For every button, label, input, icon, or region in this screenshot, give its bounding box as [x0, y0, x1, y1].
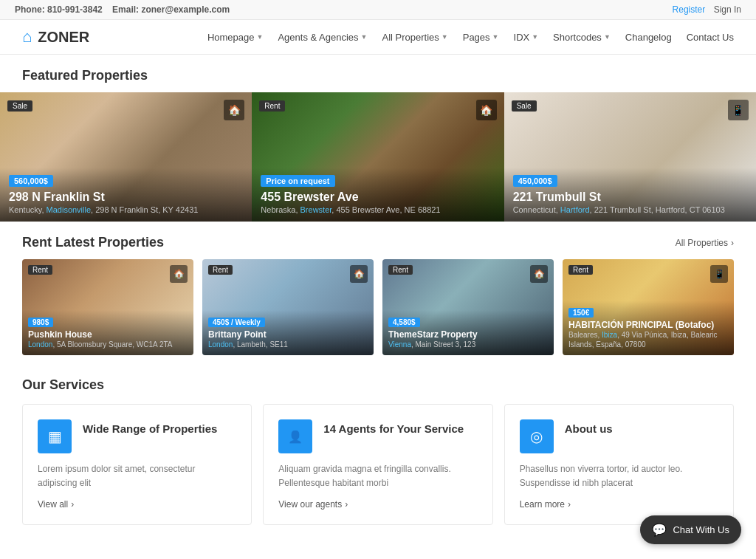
property-address: Connecticut, Hartford, 221 Trumbull St, … [513, 205, 747, 214]
email-label: Email: [112, 4, 139, 15]
service-link-1[interactable]: View all › [38, 499, 236, 510]
site-logo[interactable]: ⌂ ZONER [22, 27, 89, 47]
featured-property-1[interactable]: Sale 🏠 560,000$ 298 N Franklin St Kentuc… [0, 92, 252, 222]
featured-property-3[interactable]: Sale 📱 450,000$ 221 Trumbull St Connecti… [504, 92, 756, 222]
nav-idx[interactable]: IDX ▼ [514, 32, 539, 43]
property-type-icon: 🏠 [224, 100, 244, 120]
service-card-3: ◎ About us Phasellus non viverra tortor,… [504, 404, 734, 525]
city-link[interactable]: Brewster [300, 205, 332, 214]
rent-price: 980$ [28, 318, 53, 327]
featured-overlay-1: 560,000$ 298 N Franklin St Kentucky, Mad… [0, 168, 252, 222]
service-header-3: ◎ About us [520, 419, 718, 453]
property-type-icon: 📱 [710, 265, 728, 283]
chevron-down-icon: ▼ [257, 33, 264, 41]
service-link-3[interactable]: Learn more › [520, 499, 718, 510]
rent-property-3[interactable]: Rent 🏠 4,580$ ThemeStarz Property Vienna… [382, 259, 554, 355]
rent-price: 4,580$ [388, 318, 420, 327]
service-icon-2: 👤 [278, 419, 312, 453]
property-price: 560,000$ [9, 175, 53, 187]
chevron-right-icon: › [731, 238, 734, 248]
sale-badge-top: Sale [512, 100, 537, 114]
property-address: Kentucky, Madisonville, 298 N Franklin S… [9, 205, 243, 214]
chevron-down-icon: ▼ [532, 33, 538, 41]
rent-grid: Rent 🏠 980$ Pushkin House London, 5A Blo… [0, 259, 756, 370]
register-link[interactable]: Register [673, 4, 706, 15]
rent-badge: Rent [259, 100, 285, 112]
featured-carousel: Sale 🏠 560,000$ 298 N Franklin St Kentuc… [0, 92, 756, 222]
featured-property-2[interactable]: Rent 🏠 Price on request 455 Brewster Ave… [252, 92, 504, 222]
service-desc-2: Aliquam gravida magna et fringilla conva… [278, 462, 477, 490]
rent-address: Vienna, Main Street 3, 123 [388, 340, 548, 349]
nav-contact[interactable]: Contact Us [687, 32, 734, 43]
property-type-icon: 🏠 [530, 265, 548, 283]
auth-links: Register Sign In [667, 4, 741, 15]
featured-overlay-3: 450,000$ 221 Trumbull St Connecticut, Ha… [504, 168, 756, 222]
service-link-2[interactable]: View our agents › [278, 499, 477, 510]
rent-address: London, Lambeth, SE11 [208, 340, 368, 349]
signin-link[interactable]: Sign In [714, 4, 741, 15]
chat-button[interactable]: 💬 Chat With Us [640, 515, 741, 544]
chevron-right-icon: › [568, 499, 571, 510]
main-nav: Homepage ▼ Agents & Agencies ▼ All Prope… [207, 32, 734, 43]
rent-price: 450$ / Weekly [208, 318, 265, 327]
sale-badge-top: Sale [7, 100, 32, 114]
city-link[interactable]: Vienna [388, 340, 411, 349]
nav-shortcodes[interactable]: Shortcodes ▼ [553, 32, 611, 43]
nav-homepage[interactable]: Homepage ▼ [207, 32, 264, 43]
rent-overlay-1: 980$ Pushkin House London, 5A Bloomsbury… [22, 310, 193, 355]
city-link[interactable]: London [28, 340, 52, 349]
chat-icon: 💬 [652, 523, 667, 537]
city-link[interactable]: Hartford [560, 205, 590, 214]
chat-label: Chat With Us [673, 524, 729, 535]
rent-price: 150€ [568, 308, 594, 318]
service-name-1: Wide Range of Properties [83, 422, 217, 435]
nav-all-properties[interactable]: All Properties ▼ [382, 32, 447, 43]
rent-overlay-3: 4,580$ ThemeStarz Property Vienna, Main … [382, 310, 554, 355]
all-properties-label: All Properties [676, 238, 728, 248]
rent-address: Baleares, Ibiza, 49 Via Púnica, Ibiza, B… [568, 330, 728, 349]
city-link[interactable]: Ibiza [602, 331, 617, 339]
nav-changelog[interactable]: Changelog [625, 32, 672, 43]
rent-property-2[interactable]: Rent 🏠 450$ / Weekly Brittany Point Lond… [202, 259, 374, 355]
property-address: Nebraska, Brewster, 455 Brewster Ave, NE… [261, 205, 495, 214]
nav-agents[interactable]: Agents & Agencies ▼ [278, 32, 367, 43]
chevron-right-icon: › [71, 499, 74, 510]
featured-overlay-2: Price on request 455 Brewster Ave Nebras… [252, 168, 504, 222]
all-properties-link[interactable]: All Properties › [676, 238, 734, 248]
chevron-down-icon: ▼ [441, 33, 448, 41]
rent-title: Brittany Point [208, 329, 368, 340]
featured-section-title: Featured Properties [0, 55, 756, 92]
service-name-3: About us [565, 422, 613, 435]
nav-pages[interactable]: Pages ▼ [463, 32, 499, 43]
service-card-2: 👤 14 Agents for Your Service Aliquam gra… [263, 404, 492, 525]
phone-number: 810-991-3842 [47, 4, 103, 15]
service-name-2: 14 Agents for Your Service [323, 422, 464, 435]
rent-section-title: Rent Latest Properties [22, 235, 164, 250]
property-title: 221 Trumbull St [513, 190, 747, 204]
services-title: Our Services [22, 377, 734, 393]
service-header-2: 👤 14 Agents for Your Service [278, 419, 477, 453]
property-type-icon: 🏠 [350, 265, 368, 283]
phone-label: Phone: [15, 4, 45, 15]
chevron-right-icon: › [345, 499, 348, 510]
service-icon-1: ▦ [38, 419, 72, 453]
rent-badge: Rent [208, 265, 233, 275]
city-link[interactable]: London [208, 340, 233, 349]
service-desc-1: Lorem ipsum dolor sit amet, consectetur … [38, 462, 236, 490]
sale-badge: Sale [512, 100, 537, 112]
chevron-down-icon: ▼ [361, 33, 368, 41]
property-title: 455 Brewster Ave [261, 190, 495, 204]
logo-text: ZONER [38, 29, 89, 46]
rent-badge: Rent [568, 265, 593, 275]
property-title: 298 N Franklin St [9, 190, 243, 204]
sale-badge: Sale [7, 100, 32, 112]
rent-property-4[interactable]: Rent 📱 150€ HABITACIÓN PRINCIPAL (Botafo… [563, 259, 734, 355]
city-link[interactable]: Madisonville [47, 205, 92, 214]
site-header: ⌂ ZONER Homepage ▼ Agents & Agencies ▼ A… [0, 20, 756, 55]
rent-title: ThemeStarz Property [388, 329, 548, 340]
rent-address: London, 5A Bloomsbury Square, WC1A 2TA [28, 340, 188, 349]
chevron-down-icon: ▼ [492, 33, 499, 41]
rent-property-1[interactable]: Rent 🏠 980$ Pushkin House London, 5A Blo… [22, 259, 193, 355]
rent-title: HABITACIÓN PRINCIPAL (Botafoc) [568, 320, 728, 330]
property-price: Price on request [261, 175, 334, 187]
